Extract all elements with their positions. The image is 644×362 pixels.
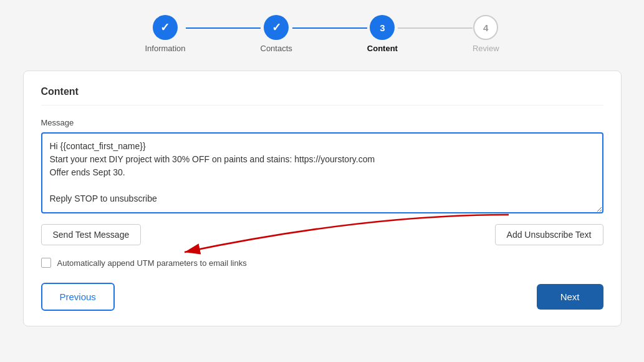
add-unsubscribe-button[interactable]: Add Unsubscribe Text xyxy=(495,224,603,245)
utm-row: Automatically append UTM parameters to e… xyxy=(41,258,603,268)
button-row: Send Test Message Add Unsubscribe Text xyxy=(41,224,603,245)
message-textarea[interactable]: Hi {{contact_first_name}} Start your nex… xyxy=(41,132,603,213)
step-circle-information xyxy=(153,15,178,40)
step-circle-review: 4 xyxy=(473,15,498,40)
step-information: Information xyxy=(145,15,185,53)
utm-checkbox[interactable] xyxy=(41,258,51,268)
step-label-contacts: Contacts xyxy=(261,44,292,53)
send-test-message-button[interactable]: Send Test Message xyxy=(41,224,142,245)
utm-label: Automatically append UTM parameters to e… xyxy=(57,258,247,268)
connector-1 xyxy=(186,27,261,29)
step-label-information: Information xyxy=(145,44,185,53)
navigation-row: Previous Next xyxy=(41,283,603,311)
step-review: 4 Review xyxy=(473,15,499,53)
connector-3 xyxy=(398,27,473,29)
step-circle-content: 3 xyxy=(370,15,395,40)
stepper: Information Contacts 3 Content 4 Review xyxy=(12,15,632,53)
step-label-content: Content xyxy=(367,44,398,53)
content-card: Content Message Hi {{contact_first_name}… xyxy=(23,71,622,326)
step-label-review: Review xyxy=(473,44,499,53)
step-content: 3 Content xyxy=(367,15,398,53)
check-icon-information xyxy=(160,21,170,34)
step-contacts: Contacts xyxy=(261,15,292,53)
step-circle-contacts xyxy=(264,15,289,40)
step-number-content: 3 xyxy=(380,22,385,33)
previous-button[interactable]: Previous xyxy=(41,283,115,311)
check-icon-contacts xyxy=(272,21,281,34)
message-label: Message xyxy=(41,118,603,127)
connector-2 xyxy=(292,27,367,29)
step-number-review: 4 xyxy=(483,22,488,33)
next-button[interactable]: Next xyxy=(537,284,603,310)
card-title: Content xyxy=(41,86,603,105)
